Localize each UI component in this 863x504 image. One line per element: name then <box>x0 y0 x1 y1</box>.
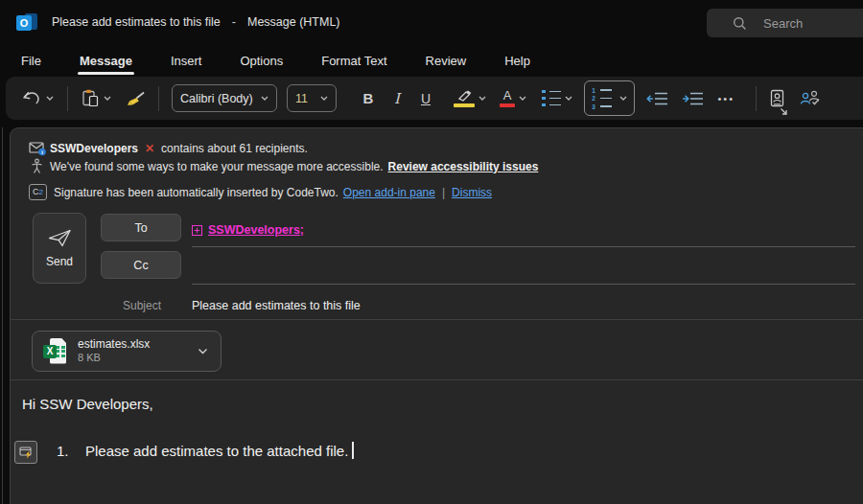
message-body[interactable]: Hi SSW Developers, 1. Please add estimat… <box>11 379 863 504</box>
address-book-icon <box>769 89 785 107</box>
attachment-name: estimates.xlsx <box>78 337 150 352</box>
font-color-letter: A <box>503 90 512 102</box>
ribbon-separator <box>158 86 159 111</box>
bullets-button[interactable] <box>542 90 561 107</box>
font-size-value: 11 <box>295 92 308 105</box>
numbering-icon: 1 2 3 <box>592 88 612 109</box>
undo-button[interactable] <box>21 90 42 106</box>
paste-dropdown[interactable] <box>104 96 111 101</box>
bullets-dropdown[interactable] <box>565 96 572 101</box>
decrease-indent-button[interactable] <box>646 91 669 106</box>
check-names-icon <box>800 90 821 106</box>
attachment-chip[interactable]: X estimates.xlsx 8 KB <box>32 331 222 372</box>
envelope-info-icon: i <box>29 141 47 156</box>
menu-tab-options[interactable]: Options <box>240 54 283 68</box>
ribbon-separator <box>756 86 757 111</box>
title-bar: O Please add estimates to this file-Mess… <box>0 0 863 45</box>
menu-tab-format-text[interactable]: Format Text <box>321 54 386 68</box>
dialog-launcher-button[interactable] <box>779 106 789 117</box>
window-title-dash: - <box>232 15 236 29</box>
lightning-window-icon <box>19 446 34 460</box>
list-item-text: Please add estimates to the attached fil… <box>85 441 354 462</box>
window-title-text: Please add estimates to this file <box>52 15 221 29</box>
remove-recipient-icon[interactable]: ✕ <box>145 142 154 155</box>
signature-bar: C2 Signature has been automatically inse… <box>29 183 851 201</box>
search-icon <box>733 16 747 31</box>
paste-icon <box>82 89 100 107</box>
more-commands-button[interactable]: ••• <box>718 93 735 104</box>
font-color-bar <box>500 103 515 107</box>
editor-actions-button[interactable] <box>14 441 37 464</box>
font-name-select[interactable]: Calibri (Body) <box>172 84 277 112</box>
ribbon-separator <box>67 86 68 111</box>
undo-dropdown[interactable] <box>46 96 54 101</box>
bold-button[interactable]: B <box>354 90 383 106</box>
attachment-options-chevron[interactable] <box>198 348 208 355</box>
search-input[interactable]: Search <box>707 9 863 37</box>
open-addin-pane-link[interactable]: Open add-in pane <box>343 186 435 199</box>
signature-text: Signature has been automatically inserte… <box>54 186 338 199</box>
chevron-down-icon <box>565 96 572 101</box>
to-field[interactable]: SSWDevelopers; <box>192 214 855 247</box>
subject-row: Subject Please add estimates to this fil… <box>11 292 863 320</box>
menu-tab-file[interactable]: File <box>21 54 41 68</box>
send-button[interactable]: Send <box>33 213 86 284</box>
excel-letter: X <box>47 346 54 356</box>
check-names-button[interactable] <box>800 90 821 106</box>
attachment-info: estimates.xlsx 8 KB <box>78 337 150 365</box>
to-button[interactable]: To <box>101 214 181 241</box>
numbering-dropdown[interactable] <box>619 96 627 101</box>
codetwo-icon: C2 <box>29 184 47 200</box>
font-size-select[interactable]: 11 <box>287 84 337 112</box>
chevron-down-icon <box>519 96 526 101</box>
accessibility-icon <box>29 158 45 174</box>
dismiss-link[interactable]: Dismiss <box>452 186 492 199</box>
recipient-link[interactable]: SSWDevelopers; <box>208 223 304 237</box>
italic-button[interactable]: I <box>383 90 411 107</box>
window-title: Please add estimates to this file-Messag… <box>52 15 340 29</box>
search-placeholder: Search <box>763 16 803 31</box>
format-painter-icon <box>126 90 146 107</box>
menu-tab-insert[interactable]: Insert <box>171 54 202 68</box>
font-color-button[interactable]: A <box>500 90 515 107</box>
bullets-icon <box>542 90 561 107</box>
link-divider: | <box>442 186 445 199</box>
address-book-button[interactable] <box>769 89 785 107</box>
menu-tab-help[interactable]: Help <box>504 54 530 68</box>
expand-group-icon[interactable] <box>192 225 202 236</box>
accessibility-bar: We've found some ways to make your messa… <box>29 157 851 175</box>
highlighter-icon <box>455 90 474 102</box>
text-cursor <box>352 442 354 459</box>
window-left-edge <box>2 127 3 504</box>
review-accessibility-link[interactable]: Review accessibility issues <box>388 160 539 173</box>
subject-label: Subject <box>123 292 161 319</box>
menu-tab-review[interactable]: Review <box>426 54 467 68</box>
numbering-button-selected[interactable]: 1 2 3 <box>584 80 635 116</box>
cc-button[interactable]: Cc <box>101 251 181 279</box>
increase-indent-icon <box>682 91 705 106</box>
recipients-group-name: SSWDevelopers <box>50 142 138 155</box>
excel-file-icon: X <box>43 338 68 365</box>
attachment-size: 8 KB <box>78 352 150 365</box>
font-name-value: Calibri (Body) <box>180 92 253 105</box>
cc-field[interactable] <box>192 251 855 285</box>
menu-bar: File Message Insert Options Format Text … <box>0 45 863 77</box>
chevron-down-icon <box>46 96 54 101</box>
dialog-launcher-icon <box>779 106 789 117</box>
chevron-down-icon <box>104 96 111 101</box>
recipients-warning-text: contains about 61 recipients. <box>161 142 308 155</box>
increase-indent-button[interactable] <box>682 91 705 106</box>
list-item-number: 1. <box>57 441 69 462</box>
outlook-logo-icon: O <box>16 12 38 33</box>
font-color-dropdown[interactable] <box>519 96 526 101</box>
chevron-down-icon <box>619 96 627 101</box>
menu-tab-message[interactable]: Message <box>80 54 132 68</box>
paste-button[interactable] <box>82 89 100 107</box>
highlight-dropdown[interactable] <box>478 96 486 101</box>
window-title-doctype: Message (HTML) <box>247 15 340 29</box>
highlight-button[interactable] <box>454 90 475 107</box>
underline-button[interactable]: U <box>411 91 440 106</box>
outlook-logo-letter: O <box>20 17 29 29</box>
format-painter-button[interactable] <box>126 90 146 107</box>
subject-input[interactable]: Please add estimates to this file <box>192 292 361 319</box>
